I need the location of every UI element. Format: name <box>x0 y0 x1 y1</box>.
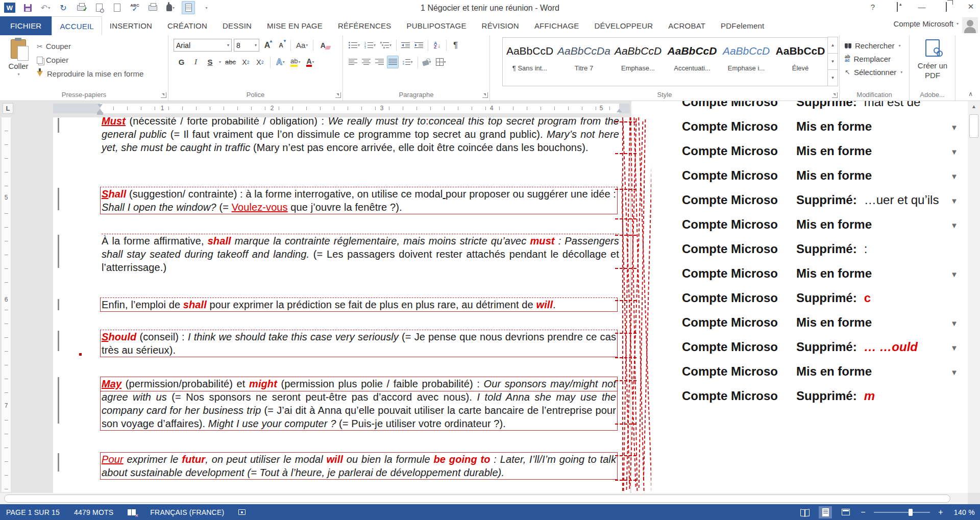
paragraph-dialog-launcher[interactable] <box>482 92 488 98</box>
save-button[interactable] <box>21 1 34 14</box>
grow-font-button[interactable]: A▲ <box>261 39 273 52</box>
proofing-status[interactable] <box>128 509 136 515</box>
zoom-in-button[interactable]: + <box>937 508 944 517</box>
vertical-scrollbar-thumb[interactable] <box>969 114 978 138</box>
left-indent-marker[interactable] <box>97 112 103 115</box>
underline-dropdown-icon[interactable]: ▾ <box>219 60 221 64</box>
tab-selector[interactable]: L <box>3 103 13 114</box>
styles-dialog-launcher[interactable] <box>832 92 838 98</box>
collapse-ribbon-button[interactable]: ∧ <box>968 90 973 97</box>
style-gallery-more-button[interactable]: ▼ <box>827 69 838 86</box>
revision-row[interactable]: Compte MicrosoMis en forme▼ <box>633 217 968 236</box>
sort-button[interactable]: AZ↓ <box>431 39 443 52</box>
revision-row[interactable]: Compte MicrosoMis en forme▼ <box>633 315 968 334</box>
italic-button[interactable]: I <box>190 56 202 68</box>
text-effects-button[interactable]: A▾ <box>275 56 286 68</box>
subscript-button[interactable]: X2 <box>240 56 252 68</box>
revision-dropdown-icon[interactable]: ▼ <box>950 172 958 181</box>
revision-row[interactable]: Compte MicrosoMis en forme▼ <box>633 119 968 138</box>
horizontal-ruler[interactable]: 12345 <box>53 104 630 113</box>
page-indicator[interactable]: PAGE 1 SUR 15 <box>6 508 60 516</box>
show-paragraph-marks-button[interactable]: ¶ <box>450 39 461 52</box>
revision-row[interactable]: Compte MicrosoMis en forme▼ <box>633 144 968 162</box>
close-button[interactable]: ✕ <box>965 2 977 11</box>
style-emphasei[interactable]: AaBbCcDEmphase i... <box>719 38 773 86</box>
find-button[interactable]: Rechercher▾ <box>845 39 902 52</box>
tab-pdfelement[interactable]: PDFelement <box>713 16 772 35</box>
revision-dropdown-icon[interactable]: ▼ <box>950 343 958 352</box>
shrink-font-button[interactable]: A▼ <box>275 39 287 52</box>
revision-row[interactable]: Compte MicrosoMis en forme▼ <box>633 364 968 383</box>
revision-row[interactable]: Compte MicrosoSupprimé:… …ould▼ <box>633 340 968 358</box>
spelling-grammar-button[interactable]: ABC✓ <box>128 1 141 14</box>
shading-button[interactable]: ▾ <box>421 56 433 68</box>
horizontal-scrollbar[interactable] <box>0 493 968 504</box>
style-emphase[interactable]: AaBbCcDEmphase... <box>611 38 665 86</box>
tab-acrobat[interactable]: ACROBAT <box>660 16 713 35</box>
style-scroll-up-button[interactable]: ▲ <box>827 37 838 54</box>
create-pdf-button[interactable]: Créer un PDF <box>914 38 951 87</box>
read-mode-button[interactable] <box>798 506 812 518</box>
tab-r-vision[interactable]: RÉVISION <box>474 16 527 35</box>
style-scroll-down-button[interactable]: ▼ <box>827 53 838 70</box>
horizontal-scrollbar-thumb[interactable] <box>4 494 950 503</box>
tab-r-f-rences[interactable]: RÉFÉRENCES <box>330 16 399 35</box>
undo-button[interactable]: ↶▾ <box>39 1 52 14</box>
align-left-button[interactable] <box>347 56 359 68</box>
font-dialog-launcher[interactable] <box>335 92 341 98</box>
cut-button[interactable]: ✂Couper <box>37 39 143 53</box>
revision-dropdown-icon[interactable]: ▼ <box>950 147 958 156</box>
touch-mode-dropdown-icon[interactable]: ▾ <box>173 6 175 10</box>
strikethrough-button[interactable]: abc <box>224 56 237 68</box>
tab-publipostage[interactable]: PUBLIPOSTAGE <box>399 16 474 35</box>
revision-row[interactable]: Compte MicrosoSupprimé:c <box>633 291 968 309</box>
style-accent[interactable]: AaBbCcDAccentuati... <box>665 38 719 86</box>
quick-print-button[interactable] <box>75 1 88 14</box>
font-color-button[interactable]: A▾ <box>304 56 316 68</box>
revision-row[interactable]: Compte MicrosoSupprimé:mal est de <box>633 101 968 113</box>
tab-d-veloppeur[interactable]: DÉVELOPPEUR <box>587 16 661 35</box>
underline-button[interactable]: S <box>204 56 216 68</box>
first-line-indent-marker[interactable] <box>97 104 103 108</box>
copy-button[interactable]: Copier <box>37 53 143 67</box>
style-normal[interactable]: AaBbCcD¶ Sans int... <box>503 38 557 86</box>
revision-dropdown-icon[interactable]: ▼ <box>950 368 958 377</box>
revision-dropdown-icon[interactable]: ▼ <box>950 270 958 279</box>
superscript-button[interactable]: X2 <box>254 56 266 68</box>
zoom-out-button[interactable]: − <box>860 508 867 517</box>
revision-dropdown-icon[interactable]: ▼ <box>950 196 958 205</box>
tab-cr-ation[interactable]: CRÉATION <box>160 16 215 35</box>
font-family-combobox[interactable]: Arial▾ <box>174 39 232 52</box>
word-count[interactable]: 4479 MOTS <box>74 508 113 516</box>
tab-fichier[interactable]: FICHIER <box>0 16 52 35</box>
zoom-slider[interactable] <box>874 512 930 513</box>
numbering-button[interactable]: 123▾ <box>363 39 377 52</box>
restore-button[interactable] <box>940 3 952 11</box>
document-view-button[interactable] <box>182 1 195 14</box>
customize-qat-button[interactable]: ▾ <box>200 1 213 14</box>
tab-insertion[interactable]: INSERTION <box>102 16 160 35</box>
bold-button[interactable]: G <box>176 56 187 68</box>
paste-button[interactable]: Coller ▾ <box>4 38 33 88</box>
zoom-level[interactable]: 140 % <box>951 508 975 516</box>
scroll-up-arrow[interactable]: ▲ <box>968 101 980 111</box>
zoom-slider-thumb[interactable] <box>909 509 913 516</box>
revision-dropdown-icon[interactable]: ▼ <box>950 319 958 328</box>
decrease-indent-button[interactable] <box>400 39 411 52</box>
replace-button[interactable]: abacRemplacer <box>845 52 902 65</box>
print-button[interactable] <box>146 1 159 14</box>
select-button[interactable]: ↖Sélectionner▾ <box>845 65 902 79</box>
print-preview-button[interactable] <box>92 1 106 14</box>
revision-row[interactable]: Compte MicrosoSupprimé:m <box>633 389 968 407</box>
revision-row[interactable]: Compte MicrosoMis en forme▼ <box>633 168 968 187</box>
hanging-indent-marker[interactable] <box>97 109 103 112</box>
touch-mouse-mode-button[interactable]: ▾ <box>164 1 177 14</box>
justify-button[interactable] <box>387 56 399 68</box>
bullets-button[interactable]: ▾ <box>347 39 361 52</box>
highlight-color-button[interactable]: ab▾ <box>289 56 302 68</box>
tab-mise-en-page[interactable]: MISE EN PAGE <box>259 16 330 35</box>
web-layout-button[interactable] <box>839 506 852 518</box>
change-case-button[interactable]: Aa▾ <box>295 39 309 52</box>
vertical-scrollbar[interactable]: ▲ <box>968 101 980 493</box>
vertical-ruler[interactable]: 567 <box>2 117 11 492</box>
